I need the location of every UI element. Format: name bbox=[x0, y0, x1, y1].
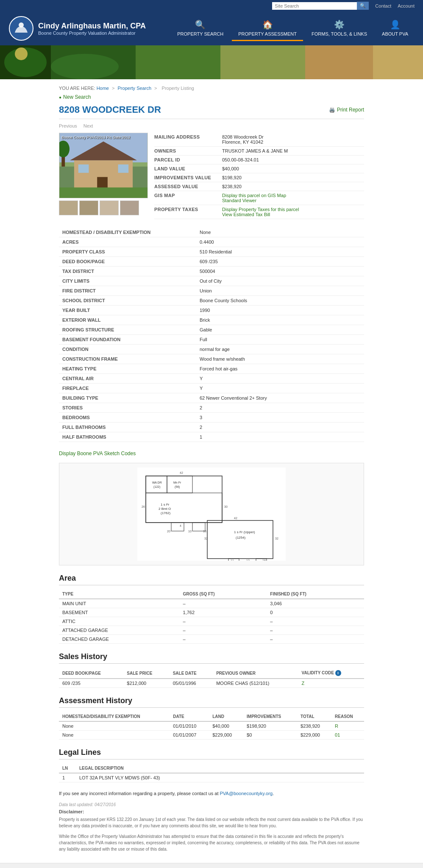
prev-link[interactable]: Previous bbox=[59, 123, 77, 128]
details-row: DEED BOOK/PAGE609 /235 bbox=[59, 257, 364, 267]
nav-about-pva[interactable]: 👤 ABOUT PVA bbox=[376, 16, 415, 41]
search-button[interactable]: 🔍 bbox=[357, 2, 369, 10]
mailing-address-row: MAILING ADDRESS 8208 Woodcreek Dr Floren… bbox=[154, 133, 364, 147]
print-report-link[interactable]: 🖨️ Print Report bbox=[329, 107, 364, 113]
property-image-section: Boone County PVA©2013 Pic Date:2012 bbox=[59, 133, 148, 219]
tax-bill-link[interactable]: View Estimated Tax Bill bbox=[222, 212, 270, 217]
assess-col-total: TOTAL bbox=[297, 712, 331, 721]
reason-link[interactable]: 01 bbox=[335, 732, 340, 737]
gis-map-link[interactable]: Display this parcel on GIS Map bbox=[222, 193, 286, 198]
detail-label: EXTERIOR WALL bbox=[59, 315, 196, 325]
parcel-id-value: 050.00-08-324.01 bbox=[222, 157, 364, 162]
details-row: FULL BATHROOMS2 bbox=[59, 423, 364, 432]
area-type: ATTACHED GARAGE bbox=[59, 626, 180, 635]
svg-rect-41 bbox=[171, 523, 184, 531]
property-info-table: MAILING ADDRESS 8208 Woodcreek Dr Floren… bbox=[154, 133, 364, 219]
area-row: ATTACHED GARAGE–– bbox=[59, 626, 364, 635]
svg-point-9 bbox=[51, 54, 119, 79]
nav-property-search-label: PROPERTY SEARCH bbox=[177, 31, 223, 36]
search-input[interactable] bbox=[272, 2, 357, 10]
detail-label: CONSTRUCTION FRAME bbox=[59, 354, 196, 364]
improvements-value-row: IMPROVEMENTS VALUE $198,920 bbox=[154, 173, 364, 182]
area-row: BASEMENT1,7620 bbox=[59, 608, 364, 617]
nav-about-pva-label: ABOUT PVA bbox=[382, 31, 408, 36]
contact-link[interactable]: Contact bbox=[375, 3, 391, 8]
detail-value: 62 Newer Conventional 2+ Story bbox=[196, 393, 364, 403]
validity-code-link[interactable]: Z bbox=[302, 681, 305, 686]
detail-label: PROPERTY CLASS bbox=[59, 247, 196, 257]
header-logo: Cindy Arlinghaus Martin, CPA Boone Count… bbox=[8, 16, 146, 41]
property-taxes-value: Display Property Taxes for this parcel V… bbox=[222, 207, 364, 217]
forms-tools-icon: ⚙️ bbox=[334, 19, 345, 30]
area-gross: – bbox=[180, 626, 267, 635]
data-date-label: Data last updated: 04/27/2016 bbox=[59, 802, 364, 807]
thumbnail-3[interactable] bbox=[100, 200, 119, 215]
property-image-main: Boone County PVA©2013 Pic Date:2012 bbox=[59, 133, 148, 198]
nav-forms-tools[interactable]: ⚙️ FORMS, TOOLS, & LINKS bbox=[305, 16, 373, 41]
assess-improvements: $0 bbox=[243, 731, 297, 740]
thumbnail-4[interactable] bbox=[120, 200, 139, 215]
thumbnail-1[interactable] bbox=[59, 200, 78, 215]
breadcrumb-property-search[interactable]: Property Search bbox=[118, 86, 151, 91]
details-row: STORIES2 bbox=[59, 403, 364, 413]
next-link[interactable]: Next bbox=[83, 123, 93, 128]
assess-land: $229,000 bbox=[209, 731, 243, 740]
assessment-row: None01/01/2007$229,000$0$229,00001 bbox=[59, 731, 364, 740]
area-section-header: Area bbox=[59, 574, 364, 585]
assess-exemption: None bbox=[59, 721, 170, 731]
assess-col-land: LAND bbox=[209, 712, 243, 721]
property-photo-svg bbox=[59, 133, 147, 198]
land-value-label: LAND VALUE bbox=[154, 166, 222, 171]
area-finished: – bbox=[267, 626, 364, 635]
nav-property-assessment-label: PROPERTY ASSESSMENT bbox=[238, 31, 297, 36]
area-row: MAIN UNIT–3,046 bbox=[59, 599, 364, 608]
svg-text:2 Bmt O: 2 Bmt O bbox=[159, 507, 171, 511]
validity-info-icon[interactable]: i bbox=[335, 670, 341, 676]
sales-col-deed: DEED BOOK/PAGE bbox=[59, 668, 123, 679]
detail-label: HALF BATHROOMS bbox=[59, 432, 196, 442]
detail-value: 2 bbox=[196, 423, 364, 432]
detail-value: 0.4400 bbox=[196, 237, 364, 247]
nav-property-search[interactable]: 🔍 PROPERTY SEARCH bbox=[171, 16, 230, 41]
details-row: ROOFING STRUCTUREGable bbox=[59, 325, 364, 335]
details-row: HOMESTEAD / DISABILITY EXEMPTIONNone bbox=[59, 228, 364, 237]
detail-label: BASEMENT FOUNDATION bbox=[59, 335, 196, 345]
detail-value: None bbox=[196, 228, 364, 237]
detail-value: 500004 bbox=[196, 267, 364, 276]
property-details-table: HOMESTEAD / DISABILITY EXEMPTIONNoneACRE… bbox=[59, 228, 364, 442]
area-finished: 0 bbox=[267, 608, 364, 617]
details-row: EXTERIOR WALLBrick bbox=[59, 315, 364, 325]
detail-value: Full bbox=[196, 335, 364, 345]
page-title: 8208 WOODCREEK DR bbox=[59, 104, 161, 115]
svg-text:30: 30 bbox=[224, 505, 228, 508]
area-type: ATTIC bbox=[59, 617, 180, 626]
property-search-icon: 🔍 bbox=[195, 19, 206, 30]
gis-standard-viewer-link[interactable]: Standard Viewer bbox=[222, 198, 256, 203]
svg-text:(56): (56) bbox=[175, 485, 180, 489]
assessed-value-value: $238,920 bbox=[222, 184, 364, 189]
account-link[interactable]: Account bbox=[398, 3, 415, 8]
nav-property-assessment[interactable]: 🏠 PROPERTY ASSESSMENT bbox=[232, 16, 303, 41]
detail-label: FIRE DISTRICT bbox=[59, 286, 196, 296]
assessed-value-row: ASSESSED VALUE $238,920 bbox=[154, 182, 364, 191]
assessment-history-header: Assessment History bbox=[59, 696, 364, 708]
svg-rect-7 bbox=[373, 45, 423, 79]
detail-value: 1990 bbox=[196, 306, 364, 315]
legal-row: 1LOT 32A PLSNT VLY MDWS (50F- 43) bbox=[59, 773, 364, 782]
new-search-link[interactable]: New Search bbox=[59, 94, 364, 100]
detail-label: HOMESTEAD / DISABILITY EXEMPTION bbox=[59, 228, 196, 237]
sketch-link[interactable]: Display Boone PVA Sketch Codes bbox=[59, 451, 136, 456]
breadcrumb-home[interactable]: Home bbox=[97, 86, 109, 91]
area-row: ATTIC–– bbox=[59, 617, 364, 626]
sales-row: 609 /235$212,00005/01/1996MOORE CHAS (51… bbox=[59, 679, 364, 688]
area-col-type: TYPE bbox=[59, 590, 180, 599]
reason-link[interactable]: R bbox=[335, 723, 338, 729]
owners-label: OWNERS bbox=[154, 148, 222, 153]
thumbnail-2[interactable] bbox=[79, 200, 98, 215]
detail-label: DEED BOOK/PAGE bbox=[59, 257, 196, 267]
area-col-gross: GROSS (sq ft) bbox=[180, 590, 267, 599]
area-gross: – bbox=[180, 599, 267, 608]
contact-email-link[interactable]: PVA@boonecountyky.org bbox=[220, 791, 273, 796]
detail-value: Boone County Schools bbox=[196, 296, 364, 306]
property-taxes-link[interactable]: Display Property Taxes for this parcel bbox=[222, 207, 299, 212]
